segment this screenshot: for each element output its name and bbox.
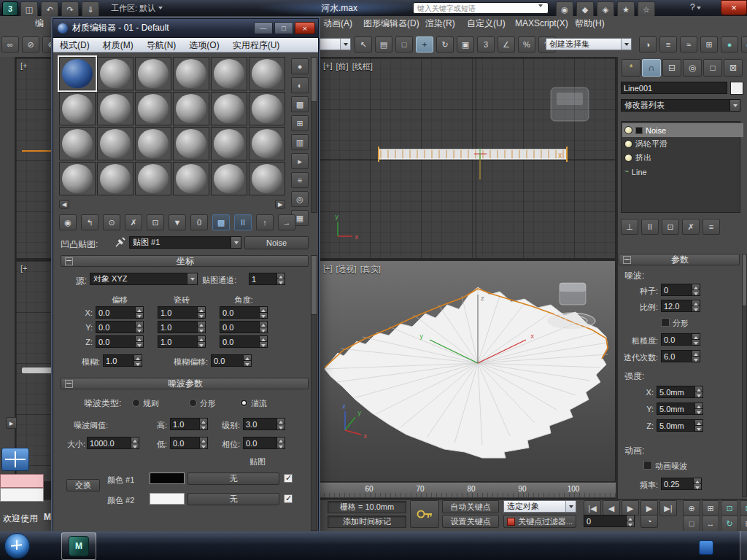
material-slot-1[interactable] — [59, 57, 96, 90]
sample-scroll-right-button[interactable]: ▶ — [275, 200, 285, 209]
maximize-button[interactable]: □ — [274, 22, 293, 34]
material-slot-3[interactable] — [135, 57, 171, 90]
tiling-x-spinner[interactable]: 1.0 — [158, 306, 206, 319]
viewport-general-menu[interactable]: [+] — [323, 61, 333, 72]
material-slot-4[interactable] — [173, 57, 209, 90]
material-slot-6[interactable] — [249, 57, 285, 90]
menu-item-graph-editors[interactable]: 图形编辑器(D) — [359, 16, 424, 31]
noise-type-turbulence-radio[interactable] — [240, 399, 248, 407]
go-forward-sibling-icon[interactable]: → — [278, 214, 295, 230]
viewcube[interactable] — [560, 283, 586, 305]
reset-map-icon[interactable]: ✗ — [125, 214, 142, 230]
select-by-material-icon[interactable]: ◎ — [291, 191, 309, 207]
video-color-check-icon[interactable]: ▥ — [291, 134, 309, 150]
configure-modifier-sets-icon[interactable]: ≡ — [703, 219, 720, 235]
material-slot-14[interactable] — [97, 127, 133, 160]
mesh-object-fragment[interactable] — [22, 368, 53, 373]
tab-create-icon[interactable]: * — [622, 59, 640, 77]
menu-item-edit-fragment[interactable]: 编 — [31, 16, 48, 31]
put-to-library-icon[interactable]: ▼ — [169, 214, 186, 230]
source-dropdown[interactable]: 对象 XYZ — [90, 273, 198, 285]
material-slot-23[interactable] — [211, 162, 247, 195]
perspective-viewport-canvas[interactable]: z x y z y x — [319, 261, 615, 481]
set-key-button[interactable]: 设置关键点 — [442, 515, 499, 528]
phase-spinner[interactable]: 0.0 — [243, 437, 285, 449]
quick-fetch-icon[interactable]: ⇓ — [82, 1, 99, 18]
quick-redo-icon[interactable]: ↷ — [61, 1, 79, 18]
rollout-scroll-thumb[interactable] — [311, 255, 317, 315]
get-material-icon[interactable]: ◉ — [59, 214, 77, 230]
put-to-scene-icon[interactable]: ↰ — [81, 214, 98, 230]
modifier-stack-item-extrude[interactable]: 挤出 — [622, 151, 743, 165]
go-to-end-icon[interactable]: ▶| — [659, 500, 677, 516]
workspace-selector[interactable]: 工作区: 默认 — [108, 2, 166, 14]
align-icon[interactable]: ≡ — [659, 36, 677, 52]
seed-spinner[interactable]: 0 — [661, 284, 700, 296]
pick-material-eyedropper-icon[interactable] — [115, 236, 126, 250]
noise-parameters-rollout-header[interactable]: 噪波参数 — [61, 378, 309, 389]
color2-map-enable-checkbox[interactable] — [284, 494, 293, 503]
material-slot-19[interactable] — [59, 162, 96, 195]
map-type-button[interactable]: Noise — [244, 236, 309, 249]
strength-y-spinner[interactable]: 5.0mm — [657, 402, 703, 415]
viewport-general-menu[interactable]: [+] — [323, 264, 333, 275]
key-filters-button[interactable]: 关键点过滤器... — [503, 515, 576, 528]
object-name-field[interactable]: Line001 — [621, 82, 727, 94]
color2-map-button[interactable]: 无 — [187, 493, 279, 505]
modifier-list-dropdown[interactable]: 修改器列表 — [621, 99, 740, 112]
viewport-shading-menu[interactable]: [真实] — [360, 264, 381, 275]
expand-panel-arrow-button[interactable]: ▸ — [6, 417, 17, 429]
offset-x-spinner[interactable]: 0.0 — [96, 306, 144, 319]
size-spinner[interactable]: 1000.0 — [87, 437, 139, 449]
material-slot-2[interactable] — [97, 57, 133, 90]
select-object-icon[interactable]: ↖ — [355, 36, 372, 52]
material-editor-titlebar[interactable]: 材质编辑器 - 01 - Default — □ × — [53, 19, 318, 38]
viewport-pov-menu[interactable]: [透视] — [336, 264, 357, 275]
high-spinner[interactable]: 1.0 — [170, 418, 208, 430]
zoom-extents-icon[interactable]: ⊡ — [721, 500, 738, 516]
spline-object-fragment[interactable] — [22, 150, 54, 152]
favorites-star-icon[interactable]: ★ — [617, 1, 635, 18]
material-slot-9[interactable] — [135, 92, 171, 125]
menu-item-options[interactable]: 选项(O) — [182, 38, 225, 52]
tab-motion-icon[interactable]: ◎ — [683, 59, 702, 77]
material-slot-16[interactable] — [173, 127, 209, 160]
iterations-spinner[interactable]: 6.0 — [661, 350, 700, 362]
subscription-icon[interactable]: ◆ — [576, 1, 594, 18]
zoom-extents-all-icon[interactable]: ⊠ — [740, 500, 747, 516]
noise-type-fractal-label[interactable]: 分形 — [200, 398, 216, 409]
render-setup-icon[interactable]: ● — [721, 36, 738, 52]
help-menu-button[interactable]: ? — [690, 2, 701, 12]
background-icon[interactable]: ▩ — [291, 96, 309, 112]
sample-scroll-left-button[interactable]: ◀ — [59, 200, 69, 209]
menu-item-material[interactable]: 材质(M) — [96, 38, 140, 52]
quick-save-icon[interactable]: ◫ — [20, 1, 38, 18]
scale-spinner[interactable]: 12.0 — [661, 300, 700, 312]
pan-icon[interactable]: ↔ — [702, 516, 719, 532]
communication-center-icon[interactable]: ◈ — [597, 1, 614, 18]
next-frame-icon[interactable]: ▶ — [640, 500, 658, 516]
select-and-scale-icon[interactable]: ▣ — [457, 36, 474, 52]
tiling-y-spinner[interactable]: 1.0 — [158, 321, 206, 333]
noise-type-fractal-radio[interactable] — [189, 399, 197, 407]
strength-x-spinner[interactable]: 5.0mm — [657, 386, 703, 398]
menu-item-help[interactable]: 帮助(H) — [570, 16, 609, 31]
selection-filter-dropdown[interactable] — [319, 38, 351, 50]
show-map-in-viewport-icon[interactable]: ▩ — [212, 214, 230, 230]
noise-type-regular-radio[interactable] — [132, 399, 140, 407]
menu-item-rendering[interactable]: 渲染(R) — [421, 16, 460, 31]
tiling-z-spinner[interactable]: 1.0 — [158, 335, 206, 348]
make-unique-icon[interactable]: ⊡ — [147, 214, 164, 230]
add-time-tag-button[interactable]: 添加时间标记 — [328, 516, 406, 528]
roughness-spinner[interactable]: 0.0 — [661, 333, 700, 346]
selection-filter-combo[interactable]: 选定对象 — [503, 500, 576, 513]
frequency-spinner[interactable]: 0.25 — [661, 478, 702, 490]
animate-noise-checkbox[interactable] — [643, 461, 652, 470]
close-button[interactable]: × — [295, 22, 315, 34]
viewport-menu-fragment[interactable]: [+ — [20, 264, 27, 273]
viewport-menu-fragment[interactable]: [+ — [20, 61, 27, 70]
sample-tiling-icon[interactable]: ⊞ — [291, 115, 309, 131]
remove-modifier-icon[interactable]: ✗ — [682, 219, 700, 235]
time-configuration-button[interactable]: ◔ — [640, 515, 658, 528]
tab-modify-icon[interactable]: ∩ — [642, 59, 661, 77]
